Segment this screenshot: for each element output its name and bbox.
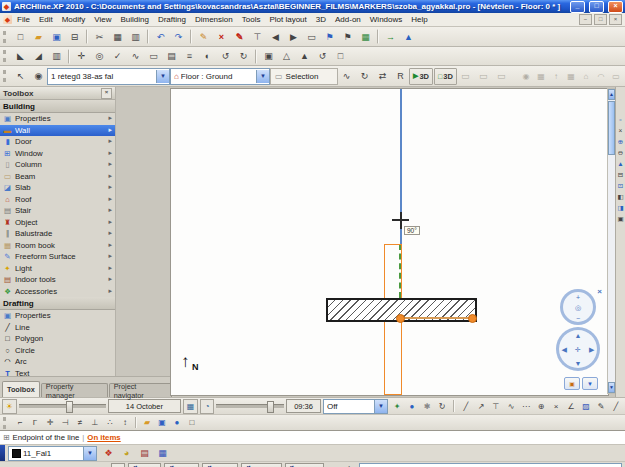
texture-icon[interactable]: ▦ — [154, 445, 171, 462]
run-icon[interactable]: → — [382, 28, 399, 45]
wall-endpoint-marker[interactable] — [468, 314, 477, 323]
menu-item[interactable]: Plot layout — [265, 15, 310, 24]
redraw-icon[interactable]: R — [392, 68, 409, 85]
chevron-down-icon[interactable]: ▼ — [256, 70, 269, 83]
toggle-orto[interactable]: ✗ ORTO — [202, 463, 238, 467]
maximize-button[interactable]: □ — [589, 1, 604, 13]
zoom-out-icon[interactable]: − — [576, 315, 580, 322]
scroll-down-icon[interactable]: ▼ — [608, 382, 615, 393]
pan-up-icon[interactable]: ▲ — [575, 332, 582, 339]
toolbox-close-icon[interactable]: × — [101, 88, 112, 99]
tri-up-icon[interactable]: △ — [278, 48, 295, 65]
clock-icon[interactable]: ◔ — [200, 399, 215, 414]
new-document-icon[interactable]: □ — [12, 28, 29, 45]
toolbox-item-properties-drafting[interactable]: ▣ Properties — [0, 310, 115, 322]
toolbox-item-polygon[interactable]: □ Polygon — [0, 333, 115, 345]
spline-icon[interactable]: ∿ — [504, 399, 518, 413]
angle-snap-icon[interactable]: ∠ — [564, 399, 578, 413]
menu-item[interactable]: Windows — [366, 15, 406, 24]
close-button[interactable]: × — [608, 1, 623, 13]
join-icon[interactable]: ✛ — [43, 416, 57, 430]
zoom-in-icon[interactable]: ⊕ — [616, 137, 625, 146]
undo-icon[interactable]: ↶ — [152, 28, 169, 45]
globe-icon[interactable]: ● — [405, 399, 419, 413]
stretch-icon[interactable]: ↕ — [118, 416, 132, 430]
zoom-in-icon[interactable]: + — [576, 293, 580, 300]
cross-snap-icon[interactable]: × — [549, 399, 563, 413]
menu-item[interactable]: 3D — [312, 15, 330, 24]
toolbox-item-light[interactable]: ✦ Light — [0, 263, 115, 275]
flag-blue-icon[interactable]: ⚑ — [321, 28, 338, 45]
print-icon[interactable]: ⊟ — [66, 28, 83, 45]
tracking-icon[interactable]: ✛ — [342, 462, 356, 467]
select-region-icon[interactable]: ▫ — [616, 115, 625, 124]
swap-icon[interactable]: ⇄ — [374, 68, 391, 85]
toolbox-item-object[interactable]: ♜ Object — [0, 217, 115, 229]
toolbox-item-line[interactable]: ╱ Line — [0, 322, 115, 334]
pointer-icon[interactable]: ↖ — [12, 68, 29, 85]
zoom-window-icon[interactable]: ◎ — [91, 48, 108, 65]
close-pan-icon[interactable]: × — [616, 126, 625, 135]
toolbox-item-roof[interactable]: ⌂ Roof — [0, 194, 115, 206]
clip-a-icon[interactable]: ▭ — [457, 68, 474, 85]
redo-icon[interactable]: ↷ — [170, 28, 187, 45]
shadow-mode-combo[interactable]: Off ▼ — [323, 399, 388, 414]
table-icon[interactable]: ▦ — [357, 28, 374, 45]
frame-icon[interactable]: ▭ — [145, 48, 162, 65]
toolbox-item-slab[interactable]: ◪ Slab — [0, 182, 115, 194]
menu-item[interactable]: Building — [116, 15, 152, 24]
pan-icon[interactable]: ✛ — [73, 48, 90, 65]
back-view-icon[interactable]: ↺ — [217, 48, 234, 65]
mdi-minimize-button[interactable]: − — [579, 14, 592, 25]
zoom-navigator[interactable]: + ◎ − — [560, 289, 596, 325]
chevron-down-icon[interactable]: ▼ — [374, 400, 387, 413]
toolbox-item-room-book[interactable]: ▦ Room book — [0, 240, 115, 252]
toggle-polar[interactable]: ✗ POLAR — [285, 463, 325, 467]
toolbox-item-indoor-tools[interactable]: ▤ Indoor tools — [0, 274, 115, 286]
offset-icon[interactable]: ⊤ — [249, 28, 266, 45]
brick-icon[interactable]: ▤ — [136, 445, 153, 462]
show-3d-button[interactable]: ▶3D — [409, 68, 433, 85]
fillet-icon[interactable]: ⌐ — [13, 416, 27, 430]
hatch2-icon[interactable]: ▨ — [579, 399, 593, 413]
tab-property-manager[interactable]: Property manager — [41, 383, 108, 397]
prev-view-icon[interactable]: ◧ — [616, 192, 625, 201]
menu-item[interactable]: Modify — [58, 15, 90, 24]
freehand-icon[interactable]: ∿ — [127, 48, 144, 65]
chevron-down-icon[interactable]: ▼ — [83, 447, 96, 460]
window-copy-icon[interactable]: ▭ — [303, 28, 320, 45]
blank-icon[interactable]: □ — [185, 416, 199, 430]
eye-icon[interactable]: ◉ — [519, 69, 533, 83]
clip-plane-icon[interactable]: ▥ — [48, 48, 65, 65]
snap-settings-icon[interactable]: ▾ — [327, 462, 341, 467]
toolbar-grip[interactable] — [3, 417, 9, 429]
menu-item[interactable]: View — [90, 15, 115, 24]
toolbox-item-beam[interactable]: ▭ Beam — [0, 171, 115, 183]
toolbox-item-freeform-surface[interactable]: ✎ Freeform Surface — [0, 251, 115, 263]
toolbar-grip[interactable] — [3, 31, 9, 43]
toolbox-item-properties[interactable]: ▣ Properties — [0, 113, 115, 125]
mdi-restore-button[interactable]: □ — [594, 14, 607, 25]
zoom-extent-icon[interactable]: ▲ — [616, 159, 625, 168]
nav-close-icon[interactable]: × — [597, 287, 602, 296]
selection-box[interactable]: ▭ Selection — [270, 68, 338, 85]
camera-button[interactable]: ▣ — [564, 377, 580, 390]
toolbox-item-window[interactable]: ⊞ Window — [0, 148, 115, 160]
perp2-icon[interactable]: ⊥ — [88, 416, 102, 430]
refresh-icon[interactable]: ↻ — [235, 48, 252, 65]
arrow-left-icon[interactable]: ◀ — [267, 28, 284, 45]
prompt-link[interactable]: On items — [87, 433, 120, 442]
toggle-snap[interactable]: ✗ SNAP — [164, 463, 199, 467]
snap-marker-icon[interactable]: ◉ — [30, 68, 47, 85]
toolbox-item-circle[interactable]: ○ Circle — [0, 345, 115, 357]
chevron-down-icon[interactable]: ▼ — [156, 70, 169, 83]
web-icon[interactable]: ● — [170, 416, 184, 430]
pencil2-icon[interactable]: ✎ — [594, 399, 608, 413]
toggle-osnap[interactable]: ✗ OSNAP — [241, 463, 281, 467]
toolbox-item-balustrade[interactable]: ∥ Balustrade — [0, 228, 115, 240]
contrast-icon[interactable]: ◐ — [199, 48, 216, 65]
clip-b-icon[interactable]: ▭ — [475, 68, 492, 85]
roof-view-icon[interactable]: ⌂ — [579, 69, 593, 83]
noteq-icon[interactable]: ≠ — [73, 416, 87, 430]
scrollbar-thumb[interactable] — [608, 101, 615, 155]
